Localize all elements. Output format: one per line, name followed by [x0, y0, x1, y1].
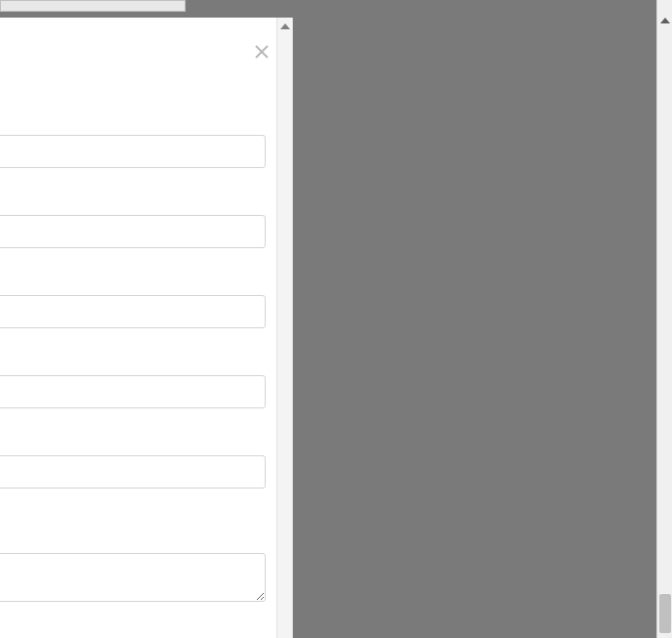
outer-scrollbar-thumb[interactable] — [659, 594, 671, 633]
form-body — [0, 135, 276, 602]
modal-scroll-up-arrow-icon[interactable] — [280, 23, 290, 29]
close-button[interactable] — [255, 45, 269, 59]
top-toolbar-fragment — [0, 0, 186, 12]
form-field-3[interactable] — [0, 295, 266, 328]
scroll-up-arrow-icon[interactable] — [660, 18, 670, 23]
form-field-1[interactable] — [0, 135, 266, 168]
form-field-2[interactable] — [0, 215, 266, 248]
form-field-5[interactable] — [0, 455, 266, 489]
modal-panel — [0, 18, 293, 638]
modal-scrollbar[interactable] — [276, 18, 292, 638]
form-field-4[interactable] — [0, 375, 266, 408]
outer-scrollbar[interactable] — [656, 0, 672, 638]
close-icon — [255, 45, 269, 59]
form-textarea-6[interactable] — [0, 553, 266, 602]
